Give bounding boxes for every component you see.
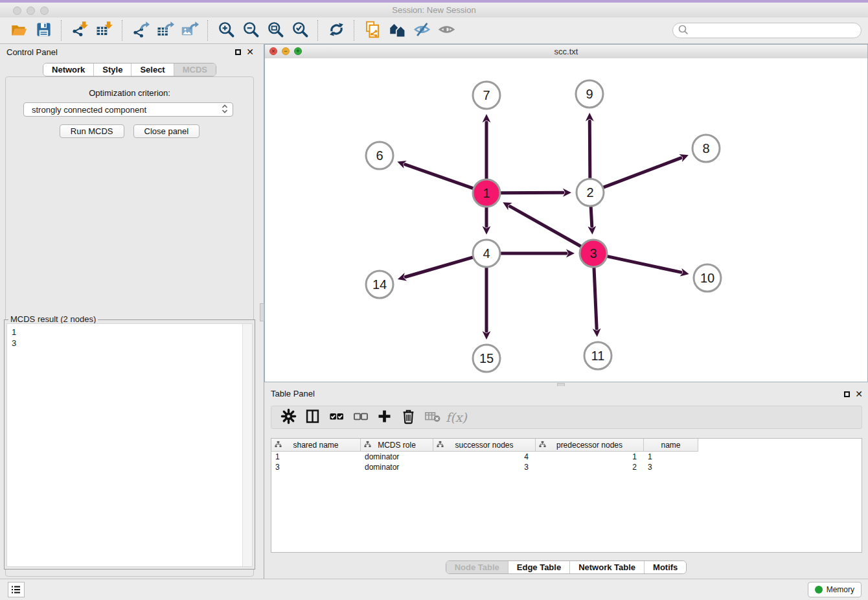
table-cell[interactable]: 3 [644,462,698,472]
float-panel-icon[interactable] [235,49,241,55]
graph-node-label-1: 1 [483,186,490,200]
table-tabs: Node TableEdge TableNetwork TableMotifs [446,560,687,574]
import-network-icon [71,21,89,40]
result-scrollbar[interactable] [242,324,252,566]
mcds-result-list[interactable]: 13 [6,323,253,567]
zoom-selected-button[interactable] [289,19,311,41]
zoom-fit-button[interactable] [264,19,286,41]
graph-node-label-3: 3 [589,246,597,260]
import-table-icon [96,21,113,40]
import-network-button[interactable] [69,19,91,41]
tab-motifs[interactable]: Motifs [644,561,686,573]
close-panel-icon[interactable]: ✕ [246,48,254,56]
network-graph[interactable]: 7968124314101511 [265,58,867,383]
graph-edge-2-8[interactable] [604,158,681,187]
network-from-selection-icon [364,21,382,40]
show-columns-button[interactable] [301,408,325,427]
column-header-successor-nodes[interactable]: successor nodes [433,439,536,451]
import-table-button[interactable] [93,19,115,41]
tab-select[interactable]: Select [131,63,173,76]
search-input[interactable] [690,24,861,37]
tab-network[interactable]: Network [43,63,93,76]
column-header-shared-name[interactable]: shared name [271,439,361,451]
tab-edge-table[interactable]: Edge Table [508,561,569,573]
folder-icon [10,21,28,40]
column-label: MCDS role [378,441,416,450]
graph-edge-4-14[interactable] [405,257,473,277]
graph-node-label-7: 7 [483,88,490,102]
create-column-button[interactable] [372,408,396,427]
table-body: 1dominator4113dominator323 [271,452,862,472]
table-cell[interactable]: dominator [361,462,433,472]
delete-columns-button[interactable] [396,408,420,427]
zoom-out-button[interactable] [240,19,262,41]
first-neighbors-button[interactable] [386,19,408,41]
new-network-from-selection-button[interactable] [361,19,383,41]
trash-icon [400,408,417,427]
close-table-panel-icon[interactable]: ✕ [855,390,863,398]
save-session-button[interactable] [32,19,54,41]
zoom-in-button[interactable] [215,19,237,41]
optimization-criterion-select[interactable]: strongly connected component [23,102,233,117]
open-session-button[interactable] [8,19,30,41]
float-table-panel-icon[interactable] [844,391,850,397]
show-graphics-details-button[interactable] [435,19,457,41]
hide-graphics-details-button[interactable] [411,19,433,41]
table-row[interactable]: 1dominator411 [271,452,862,462]
zoom-in-icon [218,21,235,40]
tab-mcds[interactable]: MCDS [174,63,216,76]
tab-node-table[interactable]: Node Table [446,561,508,573]
graph-node-label-4: 4 [483,246,490,260]
graph-edge-1-2[interactable] [501,192,563,193]
table-cell[interactable]: 1 [536,452,644,462]
table-options-button[interactable] [277,408,301,427]
run-mcds-button[interactable]: Run MCDS [60,124,124,138]
check-pair-icon [328,408,345,427]
export-table-button[interactable] [154,19,176,41]
tab-style[interactable]: Style [93,63,131,76]
table-cell[interactable]: dominator [361,452,433,462]
network-title: scc.txt [265,47,867,56]
table-cell[interactable]: 4 [433,452,536,462]
graph-edge-2-3[interactable] [591,207,592,226]
graph-edge-2-9[interactable] [589,121,590,178]
column-header-predecessor-nodes[interactable]: predecessor nodes [536,439,644,451]
column-tree-icon [437,441,444,450]
graph-node-label-9: 9 [586,87,593,101]
table-cell[interactable]: 1 [271,452,361,462]
graph-edge-3-10[interactable] [608,257,681,272]
select-all-button[interactable] [325,408,348,427]
node-table: shared nameMCDS rolesuccessor nodesprede… [271,438,862,553]
task-history-button[interactable] [8,582,25,597]
graph-edge-3-11[interactable] [594,268,597,329]
close-panel-button[interactable]: Close panel [133,124,200,138]
export-network-button[interactable] [130,19,152,41]
table-row[interactable]: 3dominator323 [271,462,862,472]
memory-button[interactable]: Memory [808,582,862,597]
table-panel-header: Table Panel ✕ [264,386,868,403]
table-x-icon [424,408,441,427]
column-label: successor nodes [455,441,513,450]
panel-splitter[interactable] [259,44,264,579]
deselect-all-button[interactable] [348,408,372,427]
tab-network-table[interactable]: Network Table [569,561,644,573]
search-box[interactable] [672,23,862,38]
zoom-selected-icon [291,21,309,40]
table-cell[interactable]: 3 [433,462,536,472]
table-cell[interactable]: 1 [644,452,698,462]
network-canvas[interactable]: 7968124314101511 [265,58,867,382]
table-panel: Table Panel ✕ f(x) shared nameMCDS roles… [264,386,868,579]
table-cell[interactable]: 3 [271,462,361,472]
column-header-mcds-role[interactable]: MCDS role [361,439,433,451]
network-window-titlebar: × − + scc.txt [265,45,867,59]
column-tree-icon [275,441,282,450]
splitter-grip[interactable] [260,303,264,321]
graph-edge-1-6[interactable] [405,165,474,189]
export-image-button[interactable] [179,19,201,41]
plus-icon [376,408,393,427]
column-label: shared name [293,441,338,450]
column-header-name[interactable]: name [644,439,698,451]
table-cell[interactable]: 2 [536,462,644,472]
graph-edge-3-1[interactable] [510,207,581,247]
apply-layout-button[interactable] [325,19,347,41]
